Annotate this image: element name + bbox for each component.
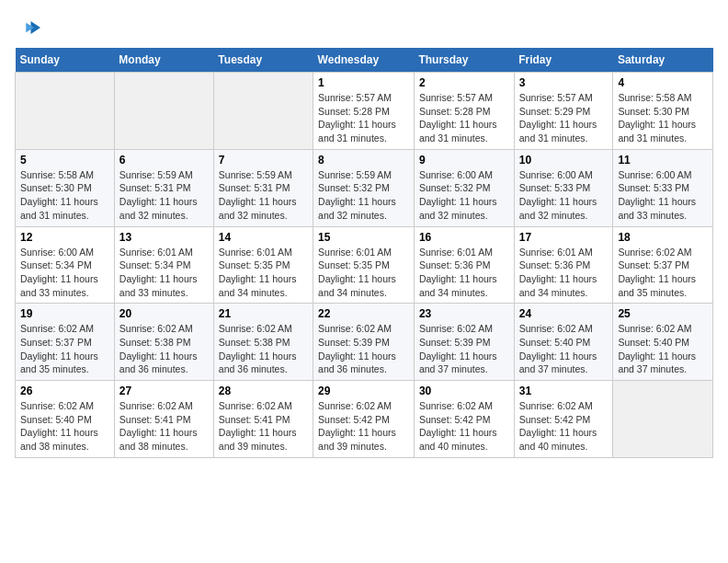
logo-icon [15,15,40,40]
day-number: 31 [519,385,609,397]
day-info: Sunrise: 6:02 AM Sunset: 5:37 PM Dayligh… [20,322,109,376]
day-cell [213,73,313,150]
day-info: Sunrise: 6:01 AM Sunset: 5:36 PM Dayligh… [419,246,509,300]
col-header-friday: Friday [514,48,613,73]
day-cell: 17Sunrise: 6:01 AM Sunset: 5:36 PM Dayli… [514,226,613,304]
day-number: 26 [20,385,109,397]
day-cell: 31Sunrise: 6:02 AM Sunset: 5:42 PM Dayli… [514,381,613,458]
day-number: 10 [519,154,609,167]
day-cell: 29Sunrise: 6:02 AM Sunset: 5:42 PM Dayli… [313,381,415,458]
day-info: Sunrise: 6:02 AM Sunset: 5:38 PM Dayligh… [119,322,209,376]
week-row-2: 5Sunrise: 5:58 AM Sunset: 5:30 PM Daylig… [16,149,713,226]
day-info: Sunrise: 5:58 AM Sunset: 5:30 PM Dayligh… [618,91,708,145]
day-cell: 5Sunrise: 5:58 AM Sunset: 5:30 PM Daylig… [16,149,115,226]
day-info: Sunrise: 5:59 AM Sunset: 5:31 PM Dayligh… [219,168,308,223]
day-info: Sunrise: 6:01 AM Sunset: 5:35 PM Dayligh… [318,246,409,300]
day-number: 3 [519,76,609,89]
day-info: Sunrise: 6:02 AM Sunset: 5:37 PM Dayligh… [618,246,708,300]
day-info: Sunrise: 6:02 AM Sunset: 5:40 PM Dayligh… [519,322,609,376]
day-info: Sunrise: 6:00 AM Sunset: 5:33 PM Dayligh… [519,168,609,223]
day-number: 20 [119,307,209,320]
day-info: Sunrise: 6:02 AM Sunset: 5:42 PM Dayligh… [519,399,609,454]
day-cell: 30Sunrise: 6:02 AM Sunset: 5:42 PM Dayli… [414,381,514,458]
day-info: Sunrise: 6:02 AM Sunset: 5:41 PM Dayligh… [119,399,209,454]
day-info: Sunrise: 6:02 AM Sunset: 5:40 PM Dayligh… [20,399,109,454]
day-info: Sunrise: 5:57 AM Sunset: 5:29 PM Dayligh… [519,91,609,145]
day-number: 11 [618,154,708,167]
week-row-3: 12Sunrise: 6:00 AM Sunset: 5:34 PM Dayli… [16,226,713,304]
day-number: 15 [318,231,409,244]
day-info: Sunrise: 5:57 AM Sunset: 5:28 PM Dayligh… [318,91,409,145]
day-number: 25 [618,307,708,320]
calendar-body: 1Sunrise: 5:57 AM Sunset: 5:28 PM Daylig… [16,73,713,458]
day-cell: 6Sunrise: 5:59 AM Sunset: 5:31 PM Daylig… [114,149,213,226]
day-cell: 23Sunrise: 6:02 AM Sunset: 5:39 PM Dayli… [414,304,514,381]
day-cell: 19Sunrise: 6:02 AM Sunset: 5:37 PM Dayli… [16,304,115,381]
col-header-tuesday: Tuesday [213,48,313,73]
week-row-1: 1Sunrise: 5:57 AM Sunset: 5:28 PM Daylig… [16,73,713,150]
col-header-thursday: Thursday [414,48,514,73]
day-cell [16,73,115,150]
day-info: Sunrise: 6:01 AM Sunset: 5:36 PM Dayligh… [519,246,609,300]
day-info: Sunrise: 6:02 AM Sunset: 5:39 PM Dayligh… [318,322,409,376]
day-cell: 20Sunrise: 6:02 AM Sunset: 5:38 PM Dayli… [114,304,213,381]
day-cell: 2Sunrise: 5:57 AM Sunset: 5:28 PM Daylig… [414,73,514,150]
day-cell: 16Sunrise: 6:01 AM Sunset: 5:36 PM Dayli… [414,226,514,304]
day-info: Sunrise: 6:00 AM Sunset: 5:32 PM Dayligh… [419,168,509,223]
day-info: Sunrise: 5:58 AM Sunset: 5:30 PM Dayligh… [20,168,109,223]
day-cell: 14Sunrise: 6:01 AM Sunset: 5:35 PM Dayli… [213,226,313,304]
day-number: 5 [20,154,109,167]
day-cell: 10Sunrise: 6:00 AM Sunset: 5:33 PM Dayli… [514,149,613,226]
day-number: 4 [618,76,708,89]
day-number: 2 [419,76,509,89]
day-cell: 3Sunrise: 5:57 AM Sunset: 5:29 PM Daylig… [514,73,613,150]
day-cell: 12Sunrise: 6:00 AM Sunset: 5:34 PM Dayli… [16,226,115,304]
day-number: 17 [519,231,609,244]
day-number: 1 [318,76,409,89]
day-number: 14 [219,231,308,244]
day-info: Sunrise: 5:59 AM Sunset: 5:31 PM Dayligh… [119,168,209,223]
week-row-4: 19Sunrise: 6:02 AM Sunset: 5:37 PM Dayli… [16,304,713,381]
col-header-saturday: Saturday [613,48,713,73]
day-number: 9 [419,154,509,167]
col-header-wednesday: Wednesday [313,48,415,73]
day-number: 19 [20,307,109,320]
logo [15,15,44,40]
day-info: Sunrise: 6:02 AM Sunset: 5:40 PM Dayligh… [618,322,708,376]
week-row-5: 26Sunrise: 6:02 AM Sunset: 5:40 PM Dayli… [16,381,713,458]
day-info: Sunrise: 6:00 AM Sunset: 5:34 PM Dayligh… [20,246,109,300]
day-info: Sunrise: 5:59 AM Sunset: 5:32 PM Dayligh… [318,168,409,223]
day-number: 27 [119,385,209,397]
day-info: Sunrise: 5:57 AM Sunset: 5:28 PM Dayligh… [419,91,509,145]
day-cell [114,73,213,150]
day-number: 8 [318,154,409,167]
day-number: 18 [618,231,708,244]
day-cell: 27Sunrise: 6:02 AM Sunset: 5:41 PM Dayli… [114,381,213,458]
day-info: Sunrise: 6:01 AM Sunset: 5:35 PM Dayligh… [219,246,308,300]
day-cell: 28Sunrise: 6:02 AM Sunset: 5:41 PM Dayli… [213,381,313,458]
day-number: 24 [519,307,609,320]
day-cell: 24Sunrise: 6:02 AM Sunset: 5:40 PM Dayli… [514,304,613,381]
day-info: Sunrise: 6:00 AM Sunset: 5:33 PM Dayligh… [618,168,708,223]
day-cell: 18Sunrise: 6:02 AM Sunset: 5:37 PM Dayli… [613,226,713,304]
col-header-sunday: Sunday [16,48,115,73]
day-number: 7 [219,154,308,167]
day-cell: 13Sunrise: 6:01 AM Sunset: 5:34 PM Dayli… [114,226,213,304]
day-info: Sunrise: 6:02 AM Sunset: 5:42 PM Dayligh… [419,399,509,454]
day-number: 12 [20,231,109,244]
day-cell [613,381,713,458]
day-number: 23 [419,307,509,320]
day-cell: 9Sunrise: 6:00 AM Sunset: 5:32 PM Daylig… [414,149,514,226]
day-number: 16 [419,231,509,244]
days-of-week-row: SundayMondayTuesdayWednesdayThursdayFrid… [16,48,713,73]
day-info: Sunrise: 6:02 AM Sunset: 5:42 PM Dayligh… [318,399,409,454]
day-cell: 11Sunrise: 6:00 AM Sunset: 5:33 PM Dayli… [613,149,713,226]
day-number: 6 [119,154,209,167]
day-cell: 22Sunrise: 6:02 AM Sunset: 5:39 PM Dayli… [313,304,415,381]
day-cell: 26Sunrise: 6:02 AM Sunset: 5:40 PM Dayli… [16,381,115,458]
day-number: 22 [318,307,409,320]
day-info: Sunrise: 6:02 AM Sunset: 5:41 PM Dayligh… [219,399,308,454]
day-cell: 25Sunrise: 6:02 AM Sunset: 5:40 PM Dayli… [613,304,713,381]
day-cell: 1Sunrise: 5:57 AM Sunset: 5:28 PM Daylig… [313,73,415,150]
day-cell: 21Sunrise: 6:02 AM Sunset: 5:38 PM Dayli… [213,304,313,381]
